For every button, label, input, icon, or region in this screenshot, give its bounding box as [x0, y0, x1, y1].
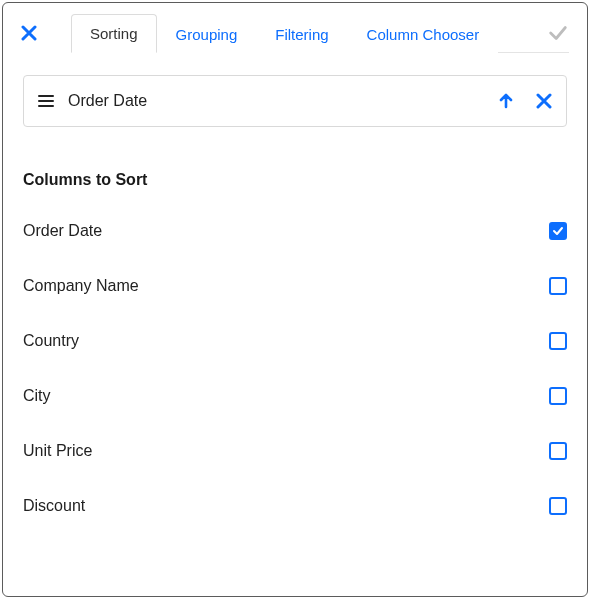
- column-label: Discount: [23, 497, 549, 515]
- column-label: City: [23, 387, 549, 405]
- column-checkbox[interactable]: [549, 497, 567, 515]
- tabs-container: Sorting Grouping Filtering Column Choose…: [71, 13, 498, 52]
- tab-column-chooser[interactable]: Column Chooser: [348, 15, 499, 53]
- content-area: Order Date Columns to Sort Order DateCom…: [3, 53, 587, 596]
- columns-list: Order DateCompany NameCountryCityUnit Pr…: [23, 203, 567, 533]
- column-label: Company Name: [23, 277, 549, 295]
- tab-sorting[interactable]: Sorting: [71, 14, 157, 53]
- remove-sort-icon[interactable]: [536, 93, 552, 109]
- column-item: Company Name: [23, 258, 567, 313]
- columns-to-sort-heading: Columns to Sort: [23, 171, 567, 189]
- column-label: Country: [23, 332, 549, 350]
- column-item: Unit Price: [23, 423, 567, 478]
- tab-filtering[interactable]: Filtering: [256, 15, 347, 53]
- sort-direction-icon[interactable]: [498, 93, 514, 109]
- column-checkbox[interactable]: [549, 277, 567, 295]
- tab-grouping[interactable]: Grouping: [157, 15, 257, 53]
- column-item: Country: [23, 313, 567, 368]
- active-sort-label: Order Date: [68, 92, 484, 110]
- close-icon[interactable]: [21, 25, 53, 41]
- column-checkbox[interactable]: [549, 387, 567, 405]
- column-label: Order Date: [23, 222, 549, 240]
- column-item: Order Date: [23, 203, 567, 258]
- tab-bar: Sorting Grouping Filtering Column Choose…: [3, 3, 587, 52]
- column-item: Discount: [23, 478, 567, 533]
- drag-handle-icon[interactable]: [38, 95, 54, 107]
- column-checkbox[interactable]: [549, 442, 567, 460]
- column-checkbox[interactable]: [549, 222, 567, 240]
- column-label: Unit Price: [23, 442, 549, 460]
- sort-settings-panel: Sorting Grouping Filtering Column Choose…: [2, 2, 588, 597]
- confirm-check-icon[interactable]: [547, 22, 569, 44]
- column-item: City: [23, 368, 567, 423]
- active-sort-row: Order Date: [23, 75, 567, 127]
- column-checkbox[interactable]: [549, 332, 567, 350]
